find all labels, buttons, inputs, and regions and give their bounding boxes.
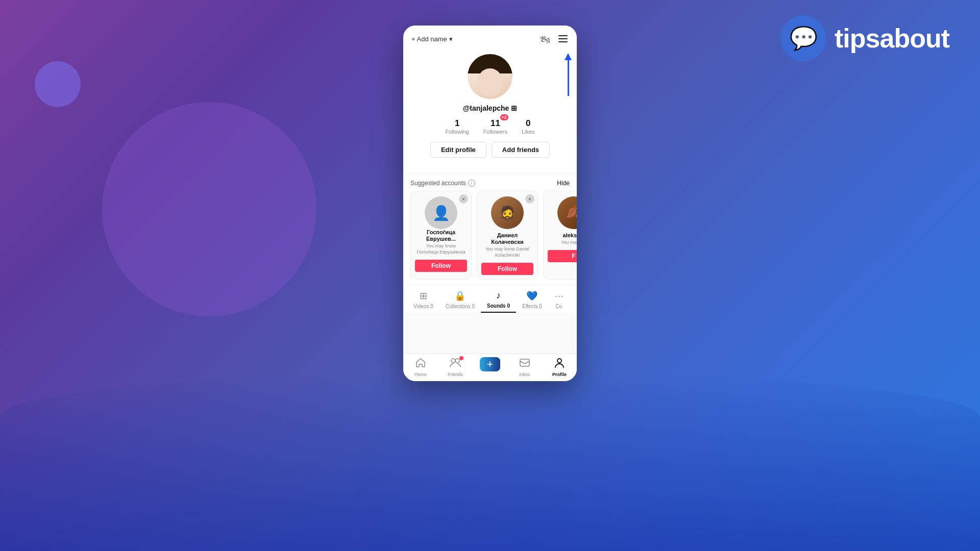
card-subtitle-3: You may k... <box>561 240 577 246</box>
nav-add[interactable]: + <box>473 357 507 377</box>
card-avatar-1: 👤 <box>425 196 457 229</box>
add-name-button[interactable]: + Add name ▾ <box>411 35 453 43</box>
followers-label: Followers <box>483 129 507 135</box>
phone-mockup: + Add name ▾ 𝔅𝔤 <box>403 26 577 381</box>
sounds-icon: ♪ <box>496 290 501 301</box>
svg-text:𝔅𝔤: 𝔅𝔤 <box>540 35 550 43</box>
card-name-3: aleksa... <box>563 232 577 239</box>
card-close-2[interactable]: × <box>525 194 534 204</box>
add-friends-button[interactable]: Add friends <box>492 142 550 158</box>
card-subtitle-2: You may know Daniel Kolachevski <box>481 246 533 258</box>
chevron-down-icon: ▾ <box>449 35 453 43</box>
tab-videos[interactable]: ⊞ Videos 0 <box>407 285 439 312</box>
settings-icon[interactable]: 𝔅𝔤 <box>540 33 552 45</box>
username-text: @tanjalepche <box>463 104 509 112</box>
tabs-bar: ⊞ Videos 0 🔒 Collections 0 ♪ Sounds 0 💙 … <box>403 285 577 313</box>
tab-effects[interactable]: 💙 Effects 0 <box>516 285 548 312</box>
card-avatar-2: 🧔 <box>491 196 524 229</box>
tab-content-area <box>403 313 577 354</box>
svg-rect-6 <box>520 359 529 366</box>
stat-following[interactable]: 1 Following <box>445 118 469 135</box>
follow-button-2[interactable]: Follow <box>481 263 533 275</box>
friends-notification-dot <box>459 356 464 361</box>
nav-profile-label: Profile <box>552 372 567 377</box>
videos-icon: ⊞ <box>420 290 427 302</box>
bg-circle-left <box>102 102 316 316</box>
friends-icon <box>449 357 461 371</box>
nav-inbox[interactable]: Inbox <box>507 357 542 377</box>
followers-badge: +2 <box>500 114 508 120</box>
avatar-container <box>468 54 512 99</box>
co-icon: ⋯ <box>554 290 564 302</box>
add-icon: + <box>487 358 494 371</box>
tab-collections-label: Collections 0 <box>446 304 475 309</box>
following-count: 1 <box>455 118 459 129</box>
suggested-section: Suggested accounts i Hide × 👤 Госпоѓица … <box>403 174 577 285</box>
follow-button-1[interactable]: Follow <box>415 260 467 272</box>
username: @tanjalepche ⊞ <box>463 104 518 112</box>
home-icon <box>415 357 426 371</box>
menu-icon[interactable] <box>557 33 569 44</box>
card-name-2: Даниел Колачевски <box>481 232 533 245</box>
follow-button-3[interactable]: F <box>548 250 577 262</box>
avatar-face-inner <box>477 68 503 96</box>
profile-icon <box>554 357 565 371</box>
suggested-cards: × 👤 Госпоѓица Еврушев... You may know Го… <box>403 191 577 280</box>
suggested-title: Suggested accounts i <box>410 180 475 187</box>
tipsabout-logo: tipsabout <box>780 15 949 61</box>
nav-friends[interactable]: Friends <box>438 357 473 377</box>
blue-arrow <box>565 53 572 96</box>
stat-likes[interactable]: 0 Likes <box>522 118 535 135</box>
card-subtitle-1: You may know Госпоѓица Еврушевска <box>415 243 467 255</box>
tab-videos-label: Videos 0 <box>413 304 433 309</box>
nav-home-label: Home <box>414 372 427 377</box>
phone-header: + Add name ▾ 𝔅𝔤 <box>403 26 577 50</box>
action-buttons: Edit profile Add friends <box>430 142 550 158</box>
add-button[interactable]: + <box>480 357 500 371</box>
suggested-card-3: 🍂 aleksa... You may k... F <box>543 191 577 280</box>
card-avatar-3: 🍂 <box>557 196 577 229</box>
profile-section: @tanjalepche ⊞ 1 Following 11 +2 Followe… <box>403 50 577 174</box>
tab-sounds-label: Sounds 0 <box>487 303 510 309</box>
suggested-card-2: × 🧔 Даниел Колачевски You may know Danie… <box>477 191 538 280</box>
avatar <box>468 54 512 99</box>
nav-inbox-label: Inbox <box>519 372 530 377</box>
suggested-card-1: × 👤 Госпоѓица Еврушев... You may know Го… <box>410 191 472 280</box>
bg-circle-small <box>35 61 81 107</box>
suggested-header: Suggested accounts i Hide <box>403 174 577 191</box>
arrow-line <box>568 60 569 96</box>
arrow-head <box>565 53 572 60</box>
tab-co[interactable]: ⋯ Co <box>548 285 570 312</box>
nav-friends-label: Friends <box>448 372 463 377</box>
add-name-label: + Add name <box>411 35 447 43</box>
edit-profile-button[interactable]: Edit profile <box>430 142 486 158</box>
suggested-title-text: Suggested accounts <box>410 180 466 187</box>
tab-collections[interactable]: 🔒 Collections 0 <box>439 285 481 312</box>
card-name-1: Госпоѓица Еврушев... <box>415 229 467 242</box>
effects-icon: 💙 <box>526 290 537 302</box>
svg-point-7 <box>557 359 561 363</box>
info-icon: i <box>468 180 475 187</box>
tipsabout-icon <box>780 15 826 61</box>
collections-icon: 🔒 <box>454 290 465 302</box>
stat-followers[interactable]: 11 +2 Followers <box>483 118 507 135</box>
stats-row: 1 Following 11 +2 Followers 0 Likes <box>445 118 534 135</box>
tab-sounds[interactable]: ♪ Sounds 0 <box>481 285 516 313</box>
hide-button[interactable]: Hide <box>557 180 570 187</box>
likes-count: 0 <box>526 118 530 129</box>
following-label: Following <box>445 129 469 135</box>
followers-count: 11 +2 <box>491 118 500 129</box>
svg-point-4 <box>451 359 455 363</box>
bottom-nav: Home Friends + <box>403 354 577 381</box>
inbox-icon <box>519 357 530 371</box>
bg-wave <box>0 372 980 551</box>
card-close-1[interactable]: × <box>459 194 468 204</box>
nav-home[interactable]: Home <box>403 357 438 377</box>
likes-label: Likes <box>522 129 535 135</box>
tab-effects-label: Effects 0 <box>522 304 542 309</box>
tipsabout-text: tipsabout <box>835 23 949 54</box>
tab-co-label: Co <box>555 304 562 309</box>
nav-profile[interactable]: Profile <box>542 357 577 377</box>
header-icons: 𝔅𝔤 <box>540 33 569 45</box>
qr-icon[interactable]: ⊞ <box>511 104 517 112</box>
